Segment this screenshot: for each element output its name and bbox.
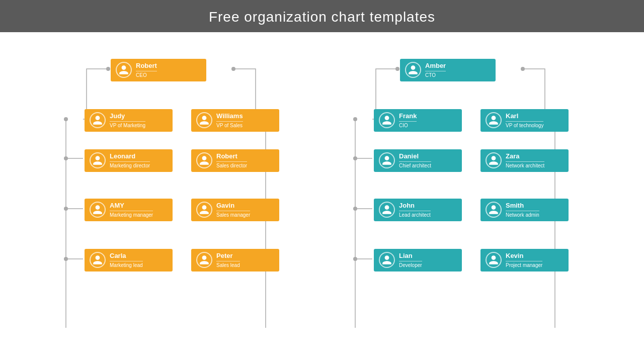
card-title: Sales lead (216, 262, 240, 268)
card-name: Leonard (110, 152, 150, 160)
card-name: Smith (506, 202, 539, 210)
card-text-carla: Carla Marketing lead (110, 252, 143, 268)
card-williams: Williams VP of Sales (191, 109, 279, 132)
card-text-frank: Frank CIO (399, 112, 417, 129)
avatar-zara (486, 152, 502, 168)
card-robert-ceo: Robert CEO (111, 59, 206, 81)
svg-point-8 (64, 207, 68, 211)
card-text-leonard: Leonard Marketing director (110, 152, 150, 169)
svg-point-20 (353, 117, 357, 121)
card-text-john: John Lead architect (399, 202, 431, 218)
card-john: John Lead architect (374, 199, 462, 221)
avatar-karl (486, 112, 502, 128)
card-name: Robert (136, 62, 157, 70)
card-title: CIO (399, 123, 417, 129)
right-org-tree: Amber CTO Frank CIO Karl VP (319, 41, 629, 353)
card-title: Network admin (506, 212, 539, 218)
svg-point-28 (353, 257, 357, 261)
avatar-gavin (196, 202, 212, 218)
svg-point-1 (231, 67, 235, 71)
avatar-williams (196, 112, 212, 128)
card-name: Robert (216, 152, 247, 160)
card-text-karl: Karl VP of technology (506, 112, 543, 129)
avatar-kevin (486, 252, 502, 268)
card-title: VP of Marketing (110, 123, 145, 129)
card-zara: Zara Network architect (480, 149, 569, 172)
card-title: VP of Sales (216, 123, 243, 129)
card-name: Zara (506, 152, 544, 160)
card-frank: Frank CIO (374, 109, 462, 132)
card-gavin: Gavin Sales manager (191, 199, 279, 221)
card-text-robert-ceo: Robert CEO (136, 62, 157, 78)
avatar-carla (90, 252, 106, 268)
card-robert-sales: Robert Sales director (191, 149, 279, 172)
card-text-robert-sales: Robert Sales director (216, 152, 247, 169)
avatar-john (379, 202, 395, 218)
svg-point-26 (353, 207, 357, 211)
avatar-robert-sales (196, 152, 212, 168)
page-title: Free organization chart templates (0, 0, 644, 32)
svg-point-6 (64, 156, 68, 160)
avatar-frank (379, 112, 395, 128)
card-text-smith: Smith Network admin (506, 202, 539, 218)
card-text-peter: Peter Sales lead (216, 252, 240, 268)
right-connectors (319, 41, 641, 353)
avatar-peter (196, 252, 212, 268)
svg-point-0 (106, 67, 110, 71)
card-title: Network architect (506, 163, 544, 169)
card-text-lian: Lian Developer (399, 252, 422, 268)
card-title: VP of technology (506, 123, 543, 129)
svg-point-2 (64, 117, 68, 121)
card-smith: Smith Network admin (480, 199, 569, 221)
card-text-williams: Williams VP of Sales (216, 112, 243, 129)
card-text-gavin: Gavin Sales manager (216, 202, 250, 218)
card-name: Amber (425, 62, 446, 70)
svg-point-19 (521, 67, 525, 71)
svg-point-18 (395, 67, 399, 71)
left-connectors (10, 41, 332, 353)
card-name: AMY (110, 202, 153, 210)
card-name: John (399, 202, 431, 210)
avatar-robert-ceo (116, 62, 132, 78)
card-text-judy: Judy VP of Marketing (110, 112, 145, 129)
card-text-kevin: Kevin Project manager (506, 252, 542, 268)
card-name: Karl (506, 112, 543, 120)
card-daniel: Daniel Chief architect (374, 149, 462, 172)
avatar-daniel (379, 152, 395, 168)
card-title: CEO (136, 72, 157, 78)
card-title: Lead architect (399, 212, 431, 218)
card-title: CTO (425, 72, 446, 78)
card-name: Williams (216, 112, 243, 120)
card-text-amy: AMY Marketing manager (110, 202, 153, 218)
avatar-judy (90, 112, 106, 128)
header-title-text: Free organization chart templates (209, 9, 435, 25)
card-name: Judy (110, 112, 145, 120)
avatar-smith (486, 202, 502, 218)
avatar-amy (90, 202, 106, 218)
card-kevin: Kevin Project manager (480, 249, 569, 272)
card-title: Sales manager (216, 212, 250, 218)
card-name: Peter (216, 252, 240, 260)
card-peter: Peter Sales lead (191, 249, 279, 272)
avatar-amber (405, 62, 421, 78)
card-title: Marketing lead (110, 262, 143, 268)
card-name: Frank (399, 112, 417, 120)
card-name: Carla (110, 252, 143, 260)
card-name: Lian (399, 252, 422, 260)
avatar-lian (379, 252, 395, 268)
card-name: Kevin (506, 252, 542, 260)
card-name: Daniel (399, 152, 431, 160)
svg-point-24 (353, 156, 357, 160)
card-title: Marketing manager (110, 212, 153, 218)
main-content: Robert CEO Judy VP of Marketing Williams (0, 32, 644, 362)
svg-point-10 (64, 257, 68, 261)
card-carla: Carla Marketing lead (85, 249, 173, 272)
card-text-zara: Zara Network architect (506, 152, 544, 169)
left-org-tree: Robert CEO Judy VP of Marketing Williams (10, 41, 319, 353)
avatar-leonard (90, 152, 106, 168)
card-lian: Lian Developer (374, 249, 462, 272)
card-amber-cto: Amber CTO (400, 59, 496, 81)
card-title: Chief architect (399, 163, 431, 169)
card-karl: Karl VP of technology (480, 109, 569, 132)
card-title: Sales director (216, 163, 247, 169)
